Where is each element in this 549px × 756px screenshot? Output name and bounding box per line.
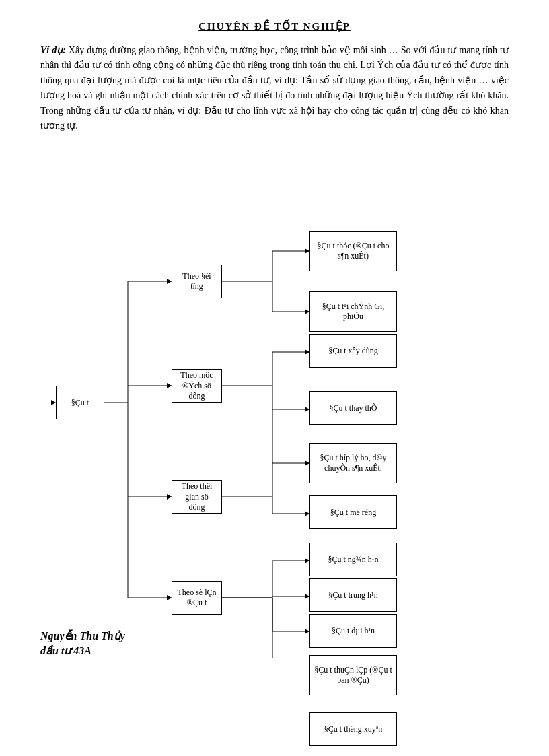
l1-box-3: Theo sè l­Çn ®Çu t	[172, 581, 222, 615]
root-box: §Çu t	[56, 386, 104, 419]
svg-marker-14	[305, 248, 309, 254]
diagram-lines	[40, 147, 509, 658]
diagram-container: §Çu t Theo §èi tîng Theo môc ®Ých sö dôn…	[40, 147, 509, 658]
page-title: CHUYÊN ĐỀ TỐT NGHIỆP	[40, 20, 509, 32]
intro-paragraph: Ví dụ: Xây dựng đường giao thông, bệnh v…	[40, 43, 509, 133]
l2-box-10: §Çu t thêng xuyªn	[309, 712, 397, 746]
footer: Nguyễn Thu Thủy đầu tư 43A	[40, 629, 125, 659]
intro-body: Xây dựng đường giao thông, bệnh viện, tr…	[40, 45, 509, 131]
svg-marker-23	[305, 407, 309, 412]
svg-marker-22	[305, 349, 309, 355]
example-label: Ví dụ:	[40, 45, 66, 55]
l2-box-4: §Çu t híp lý ho, d©y chuyÒn s¶n xuÊt.	[309, 443, 397, 483]
l2-box-0: §Çu t thóc (®Çu t cho s¶n xuÊt)	[309, 231, 397, 271]
l2-box-9: §Çu t thuÇn lÇp (®Çu t ban ®Çu)	[309, 655, 397, 695]
l2-box-8: §Çu t dµi h¹n	[309, 614, 397, 648]
l2-box-2: §Çu t xây dùng	[309, 334, 397, 368]
svg-marker-32	[305, 594, 309, 599]
l1-box-0: Theo §èi tîng	[172, 265, 222, 298]
l1-box-2: Theo thêi gian sö dông	[172, 480, 222, 514]
footer-line2: đầu tư 43A	[40, 644, 125, 658]
svg-marker-35	[51, 400, 56, 405]
svg-marker-31	[305, 558, 309, 563]
l1-box-1: Theo môc ®Ých sö dông	[172, 369, 222, 403]
l2-box-3: §Çu t thay thÕ	[309, 391, 397, 425]
svg-marker-33	[305, 629, 309, 634]
svg-marker-24	[305, 460, 309, 466]
l2-box-5: §Çu t më réng	[309, 495, 397, 529]
svg-marker-6	[167, 279, 172, 284]
svg-marker-7	[167, 383, 172, 388]
l2-box-1: §Çu t t¹i chÝnh Gi, phiÕu	[309, 291, 397, 332]
footer-line1: Nguyễn Thu Thủy	[40, 629, 125, 644]
svg-marker-8	[167, 494, 172, 500]
svg-marker-9	[167, 595, 172, 600]
l2-box-6: §Çu t ng¾n h¹n	[309, 543, 397, 576]
svg-marker-25	[305, 511, 309, 516]
l2-box-7: §Çu t trung h¹n	[309, 578, 397, 612]
svg-marker-15	[305, 309, 309, 314]
